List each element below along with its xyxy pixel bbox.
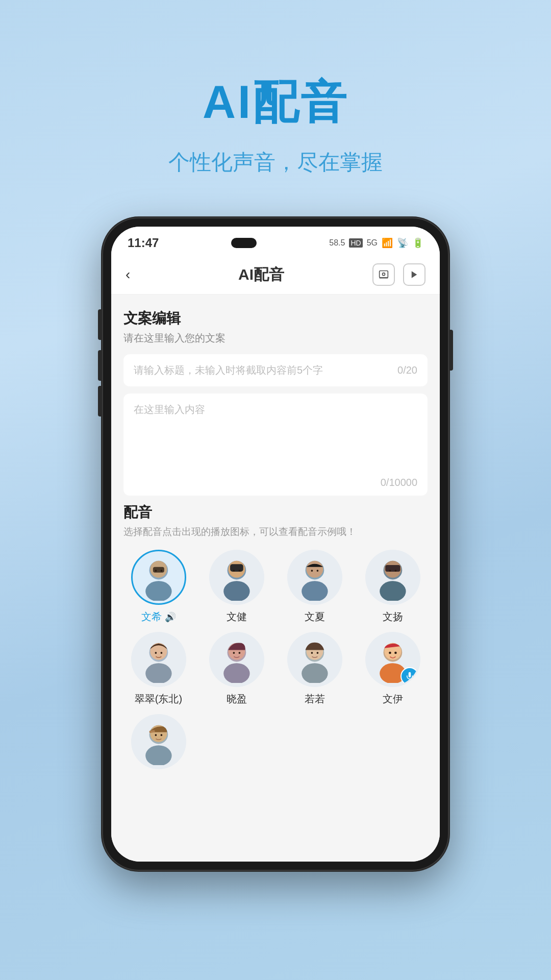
content-textarea-card[interactable]: 在这里输入内容 0/10000 bbox=[123, 394, 428, 496]
dubbing-title: 配音 bbox=[123, 503, 428, 522]
voice-avatar-xiaoying bbox=[209, 632, 264, 687]
copywriting-subtitle: 请在这里输入您的文案 bbox=[123, 331, 428, 345]
svg-point-28 bbox=[145, 663, 171, 683]
5g-icon: 5G bbox=[367, 238, 378, 248]
voice-item-cuicui[interactable]: 翠翠(东北) bbox=[123, 632, 193, 706]
wifi-icon: 📡 bbox=[397, 237, 408, 249]
copywriting-title: 文案编辑 bbox=[123, 309, 428, 328]
svg-rect-0 bbox=[380, 271, 388, 278]
svg-point-11 bbox=[223, 581, 249, 601]
svg-point-40 bbox=[311, 652, 313, 654]
svg-point-14 bbox=[233, 570, 235, 572]
app-bar-actions bbox=[372, 263, 425, 286]
voice-name-wenxia: 文夏 bbox=[305, 610, 325, 624]
voice-name-wenyi: 文伊 bbox=[383, 692, 403, 706]
voice-avatar-wenyi bbox=[365, 632, 420, 687]
voice-name-wenyang: 文扬 bbox=[383, 610, 403, 624]
phone-frame: 11:47 58.5 HD 5G 📶 📡 🔋 ‹ AI配音 bbox=[102, 217, 449, 871]
status-bar: 11:47 58.5 HD 5G 📶 📡 🔋 bbox=[111, 227, 440, 255]
voice-name-wenjian: 文健 bbox=[227, 610, 247, 624]
voice-item-wenyang[interactable]: 文扬 bbox=[358, 550, 428, 624]
voice-name-xiaoying: 晓盈 bbox=[227, 692, 247, 706]
phone-screen: 11:47 58.5 HD 5G 📶 📡 🔋 ‹ AI配音 bbox=[111, 227, 440, 862]
svg-point-18 bbox=[306, 561, 323, 578]
hero-section: AI配音 个性化声音，尽在掌握 bbox=[168, 71, 383, 177]
title-counter: 0/20 bbox=[397, 364, 417, 376]
app-title: AI配音 bbox=[238, 264, 284, 285]
voice-item-wenxia[interactable]: 文夏 bbox=[280, 550, 349, 624]
svg-point-38 bbox=[302, 663, 328, 683]
voice-name-cuicui: 翠翠(东北) bbox=[135, 692, 182, 706]
title-placeholder: 请输入标题，未输入时将截取内容前5个字 bbox=[134, 363, 397, 377]
copywriting-section: 文案编辑 请在这里输入您的文案 请输入标题，未输入时将截取内容前5个字 0/20… bbox=[123, 309, 428, 496]
dubbing-section: 配音 选择配音点击出现的播放图标，可以查看配音示例哦！ bbox=[123, 503, 428, 774]
back-button[interactable]: ‹ bbox=[126, 266, 150, 283]
voice-item-avatar9[interactable] bbox=[123, 714, 193, 774]
hero-subtitle: 个性化声音，尽在掌握 bbox=[168, 148, 383, 177]
voice-avatar-9 bbox=[131, 714, 186, 769]
svg-point-41 bbox=[316, 652, 318, 654]
status-icons: 58.5 HD 5G 📶 📡 🔋 bbox=[329, 237, 423, 249]
voice-item-xiaoying[interactable]: 晓盈 bbox=[202, 632, 271, 706]
phone-mockup: 11:47 58.5 HD 5G 📶 📡 🔋 ‹ AI配音 bbox=[102, 217, 449, 871]
svg-point-15 bbox=[238, 570, 240, 572]
voice-item-wenjian[interactable]: 文健 bbox=[202, 550, 271, 624]
voice-avatar-wenxia bbox=[287, 550, 342, 605]
voice-avatar-cuicui bbox=[131, 632, 186, 687]
search-video-button[interactable] bbox=[372, 263, 395, 286]
voice-avatar-wenyang bbox=[365, 550, 420, 605]
play-button[interactable] bbox=[403, 263, 425, 286]
svg-marker-3 bbox=[412, 271, 417, 278]
svg-point-5 bbox=[145, 581, 171, 601]
svg-point-46 bbox=[394, 652, 397, 654]
svg-rect-24 bbox=[385, 565, 400, 572]
svg-point-50 bbox=[145, 745, 171, 765]
voice-avatar-wenjian bbox=[209, 550, 264, 605]
svg-point-20 bbox=[316, 570, 318, 572]
status-time: 11:47 bbox=[128, 236, 159, 250]
svg-point-35 bbox=[233, 652, 235, 654]
svg-point-1 bbox=[383, 273, 385, 276]
svg-point-9 bbox=[160, 570, 162, 572]
svg-point-19 bbox=[311, 570, 313, 572]
voice-item-wenxi[interactable]: 文希 🔊 bbox=[123, 550, 193, 624]
hd-icon: HD bbox=[349, 238, 362, 248]
svg-rect-7 bbox=[153, 567, 164, 573]
app-bar: ‹ AI配音 bbox=[111, 255, 440, 295]
content-placeholder: 在这里输入内容 bbox=[134, 403, 417, 416]
svg-point-25 bbox=[389, 570, 391, 572]
svg-point-36 bbox=[238, 652, 240, 654]
svg-point-33 bbox=[223, 663, 249, 683]
svg-rect-13 bbox=[230, 564, 243, 572]
voice-avatar-ruoruo bbox=[287, 632, 342, 687]
network-speed: 58.5 bbox=[329, 238, 345, 248]
mic-overlay bbox=[400, 667, 419, 685]
voice-item-wenyi[interactable]: 文伊 bbox=[358, 632, 428, 706]
title-input-card[interactable]: 请输入标题，未输入时将截取内容前5个字 0/20 bbox=[123, 354, 428, 386]
svg-point-31 bbox=[160, 652, 162, 654]
voice-grid: 文希 🔊 bbox=[123, 550, 428, 774]
dubbing-hint: 选择配音点击出现的播放图标，可以查看配音示例哦！ bbox=[123, 525, 428, 538]
voice-item-ruoruo[interactable]: 若若 bbox=[280, 632, 349, 706]
voice-name-ruoruo: 若若 bbox=[305, 692, 325, 706]
voice-name-wenxi: 文希 🔊 bbox=[141, 610, 176, 624]
signal-icon: 📶 bbox=[382, 237, 393, 249]
sound-icon: 🔊 bbox=[165, 611, 176, 623]
svg-point-53 bbox=[155, 734, 157, 736]
svg-point-8 bbox=[155, 570, 157, 572]
svg-point-45 bbox=[389, 652, 391, 654]
content-counter: 0/10000 bbox=[381, 477, 417, 488]
voice-avatar-wenxi bbox=[131, 550, 186, 605]
svg-point-30 bbox=[155, 652, 157, 654]
hero-title: AI配音 bbox=[168, 71, 383, 134]
svg-point-22 bbox=[380, 581, 406, 601]
camera-notch bbox=[231, 238, 257, 248]
svg-point-54 bbox=[160, 734, 162, 736]
svg-point-17 bbox=[302, 581, 328, 601]
screen-content[interactable]: 文案编辑 请在这里输入您的文案 请输入标题，未输入时将截取内容前5个字 0/20… bbox=[111, 295, 440, 862]
battery-icon: 🔋 bbox=[412, 237, 423, 249]
svg-point-26 bbox=[394, 570, 396, 572]
